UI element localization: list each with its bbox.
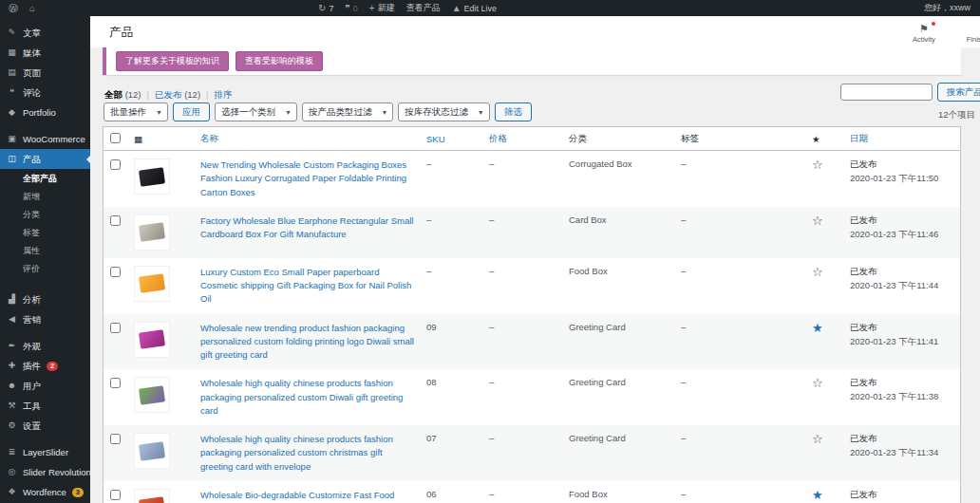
product-name-link[interactable]: Luxury Custom Eco Small Paper paperboard… (200, 267, 411, 305)
product-image (139, 385, 165, 404)
submenu-item-标签[interactable]: 标签 (0, 224, 90, 242)
user-greeting[interactable]: 您好，xxww (924, 2, 980, 14)
home-icon[interactable]: ⌂ (29, 3, 35, 13)
column-price[interactable]: 价格 (483, 127, 563, 151)
view-product-link[interactable]: 查看产品 (406, 2, 441, 14)
view-affected-templates-button[interactable]: 查看受影响的模板 (236, 51, 323, 71)
product-thumbnail[interactable] (134, 433, 170, 469)
wordpress-logo-icon[interactable]: Ⓦ (9, 2, 18, 15)
row-checkbox[interactable] (110, 323, 121, 333)
product-thumbnail[interactable] (134, 266, 170, 302)
row-checkbox[interactable] (110, 159, 121, 170)
featured-star-toggle[interactable]: ★ (812, 321, 823, 335)
row-checkbox[interactable] (110, 267, 121, 277)
submenu-item-新增[interactable]: 新增 (0, 188, 90, 206)
product-image (139, 274, 165, 293)
product-thumbnail[interactable] (134, 322, 170, 358)
product-thumbnail[interactable] (134, 214, 170, 251)
sidebar-item-分析[interactable]: ▟分析 (0, 289, 90, 309)
sidebar-item-Portfolio[interactable]: ◆Portfolio (0, 102, 90, 122)
submenu-item-全部产品[interactable]: 全部产品 (0, 170, 90, 188)
column-name[interactable]: 名称 (195, 127, 421, 151)
sidebar-item-工具[interactable]: ⚒工具 (0, 396, 90, 416)
updates-indicator[interactable]: ↻ 7 (318, 3, 333, 13)
product-type-filter-select[interactable]: 按产品类型过滤 ▼ (302, 102, 393, 121)
sidebar-item-WooCommerce[interactable]: ▣WooCommerce (0, 129, 90, 149)
bulk-actions-select[interactable]: 批量操作 ▼ (104, 102, 168, 121)
sidebar-item-媒体[interactable]: ▦媒体 (0, 43, 90, 63)
sidebar-item-设置[interactable]: ⚙设置 (0, 416, 90, 436)
sidebar-item-评论[interactable]: ❝评论 (0, 83, 90, 102)
row-checkbox[interactable] (110, 215, 121, 226)
media-icon: ▦ (7, 47, 17, 58)
featured-star-toggle[interactable]: ☆ (812, 158, 823, 172)
search-products-button[interactable]: 搜索产品 (937, 83, 980, 102)
search-input[interactable] (840, 84, 933, 101)
product-sku: 08 (421, 369, 483, 425)
product-name-link[interactable]: New Trending Wholesale Custom Packaging … (200, 159, 406, 197)
comments-icon: ❝ (7, 87, 17, 98)
tools-icon: ⚒ (7, 401, 17, 411)
product-category[interactable]: Food Box (563, 481, 675, 503)
column-featured-star: ★ (806, 127, 844, 151)
product-thumbnail[interactable] (134, 489, 170, 503)
sidebar-item-营销[interactable]: ◀营销 (0, 309, 90, 329)
stock-status-filter-select[interactable]: 按库存状态过滤 ▼ (398, 102, 489, 121)
product-name-link[interactable]: Wholesale new trending product fashion p… (200, 323, 414, 361)
sidebar-item-用户[interactable]: ☻用户 (0, 376, 90, 396)
publish-status: 已发布 (850, 158, 954, 171)
view-link-已发布[interactable]: 已发布 (12) (141, 89, 201, 102)
product-thumbnail[interactable] (134, 158, 170, 195)
table-row: Factory Wholesale Blue Earphone Rectangu… (104, 207, 960, 258)
edit-live-link[interactable]: ▲ Edit Live (452, 3, 497, 13)
product-category[interactable]: Corrugated Box (563, 151, 675, 207)
submenu-item-分类[interactable]: 分类 (0, 206, 90, 224)
product-name-link[interactable]: Wholesale high quality chinese products … (200, 434, 393, 472)
product-name-link[interactable]: Wholesale Bio-degradable Customize Fast … (200, 490, 407, 503)
apply-button[interactable]: 应用 (173, 102, 210, 121)
row-checkbox[interactable] (110, 490, 121, 500)
featured-star-toggle[interactable]: ☆ (812, 265, 823, 279)
featured-star-toggle[interactable]: ☆ (812, 432, 823, 446)
sidebar-item-文章[interactable]: ✎文章 (0, 23, 90, 43)
product-category[interactable]: Greeting Card (563, 369, 675, 425)
row-checkbox[interactable] (110, 378, 121, 388)
select-all-checkbox[interactable] (110, 133, 121, 143)
submenu-item-评价[interactable]: 评价 (0, 260, 90, 278)
featured-star-toggle[interactable]: ☆ (812, 376, 823, 390)
view-label: 已发布 (155, 89, 182, 100)
product-name-link[interactable]: Factory Wholesale Blue Earphone Rectangu… (200, 215, 413, 239)
new-content-menu[interactable]: + 新建 (369, 2, 395, 14)
column-date[interactable]: 日期 (844, 127, 960, 151)
update-count-badge: 2 (47, 362, 58, 371)
sidebar-item-Wordfence[interactable]: ❖Wordfence3 (0, 482, 90, 502)
column-sku[interactable]: SKU (421, 127, 483, 151)
admin-bar: Ⓦ ⌂ ↻ 7 ❞ 0 + 新建 查看产品 ▲ Edit Live (0, 0, 980, 16)
product-thumbnail[interactable] (134, 377, 170, 413)
sidebar-item-Slider Revolution[interactable]: ◎Slider Revolution (0, 462, 90, 482)
table-row: Wholesale high quality chinese products … (104, 369, 960, 425)
submenu-item-属性[interactable]: 属性 (0, 242, 90, 260)
product-category[interactable]: Card Box (563, 207, 675, 258)
product-category[interactable]: Greeting Card (563, 314, 675, 370)
finish-setup-button[interactable]: ◔ Finish setup (952, 23, 980, 44)
sidebar-item-页面[interactable]: ▤页面 (0, 63, 90, 83)
product-category[interactable]: Greeting Card (563, 425, 675, 481)
product-category[interactable]: Food Box (563, 258, 675, 314)
comments-indicator[interactable]: ❞ 0 (345, 3, 357, 13)
activity-panel-button[interactable]: ⚑ Activity (899, 23, 949, 44)
sidebar-item-插件[interactable]: ✚插件2 (0, 356, 90, 376)
learn-templates-button[interactable]: 了解更多关于模板的知识 (116, 51, 229, 71)
view-link-排序[interactable]: 排序 (200, 89, 232, 102)
featured-star-toggle[interactable]: ☆ (812, 214, 823, 228)
featured-star-toggle[interactable]: ★ (812, 488, 823, 502)
product-name-link[interactable]: Wholesale high quality chinese products … (200, 378, 403, 416)
filter-button[interactable]: 筛选 (495, 102, 532, 121)
publish-date: 2020-01-23 下午11:46 (850, 229, 954, 241)
sidebar-item-外观[interactable]: ✒外观 (0, 336, 90, 356)
row-checkbox[interactable] (110, 434, 121, 444)
sidebar-item-产品[interactable]: ◫产品 (0, 149, 90, 169)
view-link-全部[interactable]: 全部 (12) (104, 89, 141, 102)
category-filter-select[interactable]: 选择一个类别 ▼ (215, 102, 297, 121)
sidebar-item-LayerSlider[interactable]: ≣LayerSlider (0, 442, 90, 462)
